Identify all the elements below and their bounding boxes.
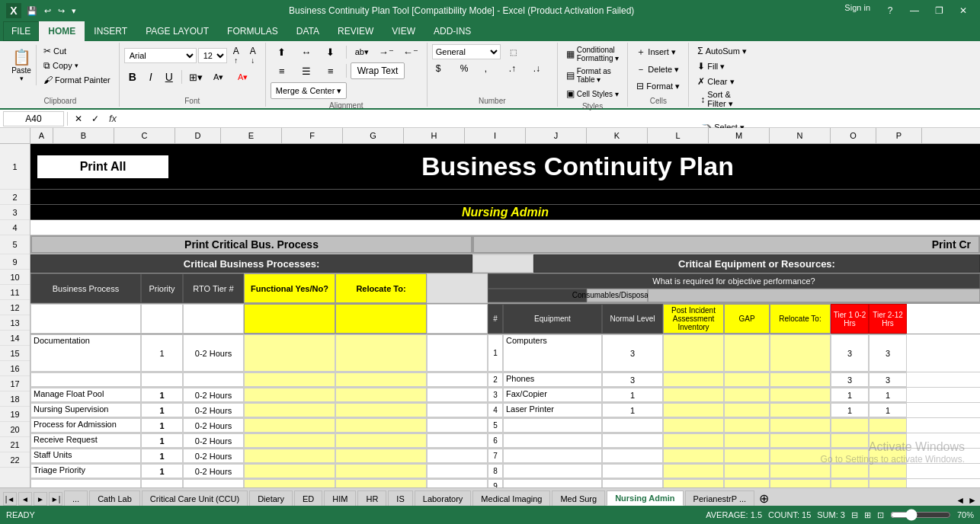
col-header-p[interactable]: P [876,128,922,143]
row-header-11[interactable]: 11 [0,285,30,300]
row-header-20[interactable]: 20 [0,422,30,437]
sort-filter-button[interactable]: ↕ Sort &Filter ▾ [697,88,737,110]
print-all-button[interactable]: Print All [36,154,170,180]
orientation-button[interactable]: ab▾ [351,45,373,59]
conditional-formatting-button[interactable]: ▦ ConditionalFormatting ▾ [562,44,623,64]
col-header-k[interactable]: K [587,128,648,143]
sheet-tab-medical-imaging[interactable]: Medical Imaging [472,490,550,506]
row-header-9[interactable]: 9 [0,254,30,270]
close-button[interactable]: ✕ [953,3,974,18]
row-header-22[interactable]: 22 [0,452,30,468]
col-header-i[interactable]: I [465,128,526,143]
cell-doc-functional[interactable] [244,334,335,372]
tab-page-layout[interactable]: PAGE LAYOUT [136,21,218,41]
sheet-tab-is[interactable]: IS [388,490,412,506]
eq-relocate-computers[interactable] [770,334,831,372]
row-header-21[interactable]: 21 [0,437,30,452]
merge-center-button[interactable]: Merge & Center ▾ [271,82,347,99]
row-header-15[interactable]: 15 [0,346,30,361]
paste-button[interactable]: 📋 Paste ▾ [6,44,37,86]
view-normal-button[interactable]: ⊟ [851,510,858,520]
save-button[interactable]: 💾 [24,5,40,17]
row-header-14[interactable]: 14 [0,331,30,346]
cut-button[interactable]: ✂ Cut [40,44,114,58]
sign-in-link[interactable]: Sign in [844,3,870,18]
align-left-button[interactable]: ≡ [271,63,293,79]
scroll-right-button[interactable]: ► [968,495,977,506]
col-header-n[interactable]: N [770,128,831,143]
eq-equip-fax[interactable]: Fax/Copier [503,388,602,402]
tab-insert[interactable]: INSERT [85,21,136,41]
row-header-16[interactable]: 16 [0,361,30,376]
sheet-tab-cath-lab[interactable]: Cath Lab [89,490,140,506]
align-right-button[interactable]: ≡ [319,63,342,79]
row-header-1[interactable]: 1 [0,144,30,190]
tab-file[interactable]: FILE [3,21,39,41]
eq-tier1-computers[interactable]: 3 [831,334,869,372]
cell-doc-relocate[interactable] [335,334,427,372]
eq-equip-computers[interactable]: Computers [503,334,602,372]
row-header-13[interactable]: 13 [0,315,30,331]
row-header-12[interactable]: 12 [0,300,30,315]
decrease-decimal-button[interactable]: .↓ [530,62,552,75]
cancel-formula-button[interactable]: ✕ [71,111,86,126]
sheet-tab-perianest[interactable]: PerianestrP ... [685,490,755,506]
cell-float-pool[interactable]: Manage Float Pool [30,388,141,402]
accounting-format-button[interactable]: $ [432,62,455,75]
align-top-button[interactable]: ⬆ [271,44,293,60]
align-bottom-button[interactable]: ⬇ [319,44,342,60]
border-button[interactable]: ⊞▾ [186,69,206,85]
number-format-expand-button[interactable]: ⬚ [502,46,525,59]
minimize-button[interactable]: — [904,3,925,18]
redo-button[interactable]: ↪ [56,5,67,17]
tab-view[interactable]: VIEW [383,21,424,41]
col-header-l[interactable]: L [648,128,709,143]
eq-post-computers[interactable] [663,334,724,372]
row-header-19[interactable]: 19 [0,407,30,422]
indent-decrease-button[interactable]: ←⁻ [399,44,422,60]
col-header-m[interactable]: M [709,128,770,143]
sheet-tab-med-surg[interactable]: Med Surg [552,490,605,506]
undo-button[interactable]: ↩ [42,5,53,17]
eq-gap-computers[interactable] [724,334,770,372]
view-page-break-button[interactable]: ⊡ [877,510,884,520]
percent-button[interactable]: % [456,62,479,75]
increase-decimal-button[interactable]: .↑ [505,62,528,75]
increase-font-size-button[interactable]: A↑ [229,44,244,66]
cell-styles-button[interactable]: ▣ Cell Styles ▾ [562,87,623,101]
view-page-layout-button[interactable]: ⊞ [864,510,871,520]
sheet-tab-hr[interactable]: HR [357,490,386,506]
col-header-b[interactable]: B [53,128,114,143]
fill-color-button[interactable]: A▾ [207,70,230,85]
sheet-next-button[interactable]: ► [34,492,47,506]
align-middle-button[interactable]: ↔ [295,44,318,60]
number-format-select[interactable]: General [432,44,501,59]
fill-button[interactable]: ⬇ Fill ▾ [693,59,729,73]
cell-documentation[interactable]: Documentation [30,334,141,372]
sheet-prev-button[interactable]: ◄ [18,492,32,506]
tab-review[interactable]: REVIEW [328,21,383,41]
col-header-j[interactable]: J [526,128,587,143]
delete-button[interactable]: － Delete ▾ [633,62,683,78]
row-header-4[interactable]: 4 [0,220,30,235]
zoom-slider[interactable] [890,511,951,519]
sheet-tab-laboratory[interactable]: Laboratory [415,490,472,506]
sheet-last-button[interactable]: ►| [49,492,62,506]
bold-button[interactable]: B [124,69,141,85]
add-sheet-button[interactable]: ⊕ [759,491,769,506]
wrap-text-button[interactable]: Wrap Text [351,62,405,79]
sheet-first-button[interactable]: |◄ [3,492,17,506]
font-color-button[interactable]: A▾ [232,70,255,85]
eq-normal-computers[interactable]: 3 [602,334,663,372]
font-name-select[interactable]: Arial [124,48,197,63]
help-button[interactable]: ? [879,3,901,18]
italic-button[interactable]: I [143,69,159,85]
row-header-2[interactable]: 2 [0,190,30,205]
col-header-f[interactable]: F [282,128,343,143]
font-size-select[interactable]: 12 [198,48,227,63]
col-header-a[interactable]: A [30,128,53,143]
sheet-tab-him[interactable]: HIM [324,490,356,506]
format-painter-button[interactable]: 🖌 Format Painter [40,73,114,87]
sheet-tab-ccu[interactable]: Critical Care Unit (CCU) [142,490,248,506]
autosum-button[interactable]: Σ AutoSum ▾ [693,44,751,58]
